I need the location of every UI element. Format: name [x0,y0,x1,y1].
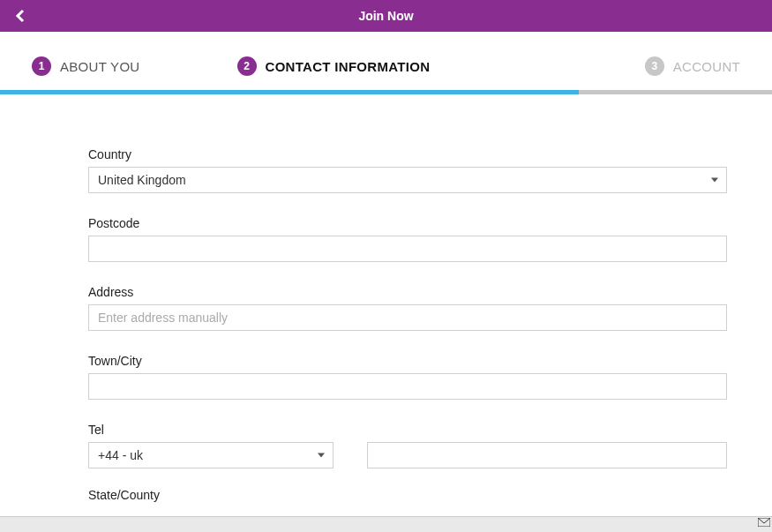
form: Country United Kingdom Postcode Address … [0,94,759,502]
tel-row: +44 - uk [88,442,727,468]
town-input[interactable] [88,373,727,400]
postcode-input[interactable] [88,236,727,262]
field-group-town: Town/City [88,354,727,400]
country-label: Country [88,147,727,161]
progress-bar [0,90,772,94]
header-bar: Join Now [0,0,772,32]
country-select[interactable]: United Kingdom [88,167,727,193]
step-number-1: 1 [32,56,51,76]
field-group-postcode: Postcode [88,216,727,262]
chevron-left-icon [14,9,28,23]
step-label-2: CONTACT INFORMATION [266,59,431,74]
field-group-state: State/County [88,488,727,502]
tel-label: Tel [88,423,727,437]
step-indicator: 1 ABOUT YOU 2 CONTACT INFORMATION 3 ACCO… [0,32,772,90]
step-account: 3 ACCOUNT [645,56,740,76]
mail-icon[interactable] [758,514,770,530]
back-button[interactable] [14,9,28,23]
content-area: 1 ABOUT YOU 2 CONTACT INFORMATION 3 ACCO… [0,32,772,532]
country-select-wrap: United Kingdom [88,167,727,193]
tel-number-wrap [367,442,727,468]
step-label-1: ABOUT YOU [60,59,140,74]
progress-remaining [579,90,772,94]
state-label: State/County [88,488,727,502]
step-about-you[interactable]: 1 ABOUT YOU [32,56,140,76]
town-label: Town/City [88,354,727,368]
page-title: Join Now [0,9,772,23]
bottom-strip [0,516,772,532]
address-input[interactable] [88,304,727,331]
step-label-3: ACCOUNT [673,59,740,74]
step-number-3: 3 [645,56,664,76]
field-group-country: Country United Kingdom [88,147,727,193]
step-contact-information[interactable]: 2 CONTACT INFORMATION [237,56,431,76]
tel-code-select[interactable]: +44 - uk [88,442,334,468]
step-number-2: 2 [237,56,257,76]
field-group-address: Address [88,285,727,331]
tel-code-select-wrap: +44 - uk [88,442,334,468]
postcode-label: Postcode [88,216,727,230]
address-label: Address [88,285,727,299]
progress-completed [0,90,579,94]
field-group-tel: Tel +44 - uk [88,423,727,468]
tel-number-input[interactable] [367,442,727,468]
